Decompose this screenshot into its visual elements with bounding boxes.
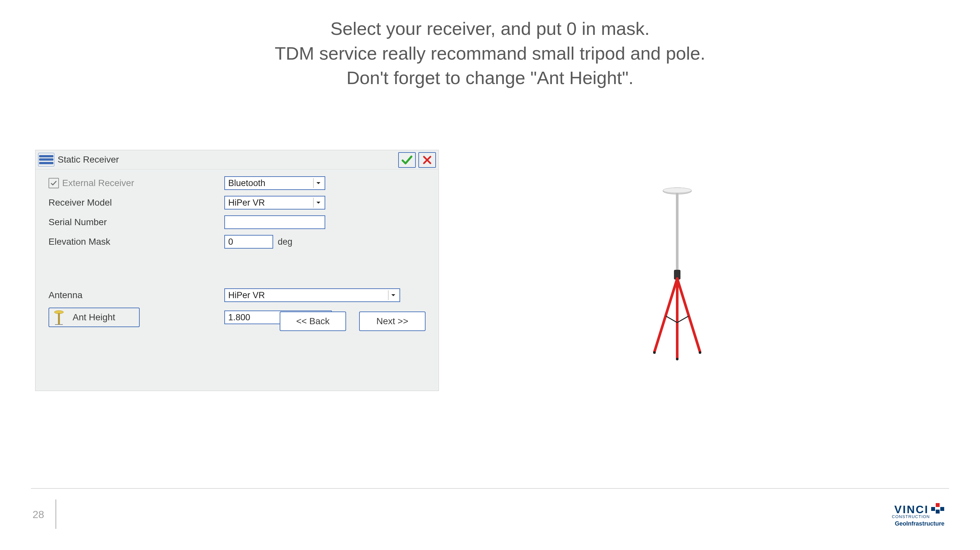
instruction-line-2: TDM service really recommand small tripo… — [0, 41, 980, 66]
dialog-title: Static Receiver — [57, 155, 119, 165]
elevation-mask-value: 0 — [228, 237, 233, 247]
serial-number-label: Serial Number — [49, 217, 224, 228]
ant-height-value: 1.800 — [228, 312, 250, 322]
confirm-button[interactable] — [398, 152, 416, 168]
brand-mark-icon — [931, 502, 945, 516]
svg-rect-5 — [676, 193, 679, 271]
svg-rect-16 — [931, 507, 935, 511]
svg-point-4 — [663, 188, 692, 193]
next-label: Next >> — [376, 316, 408, 327]
external-receiver-label: External Receiver — [62, 178, 134, 188]
instruction-text: Select your receiver, and put 0 in mask.… — [0, 16, 980, 90]
page-number: 28 — [33, 509, 44, 521]
receiver-model-value: HiPer VR — [228, 198, 265, 208]
svg-point-11 — [699, 351, 701, 354]
footer-vertical-bar — [55, 499, 56, 529]
chevron-down-icon — [388, 290, 398, 300]
external-receiver-label-wrap: External Receiver — [49, 178, 224, 188]
cancel-button[interactable] — [418, 152, 436, 168]
external-receiver-checkbox[interactable] — [49, 178, 59, 188]
dialog-header: Static Receiver — [35, 150, 439, 169]
static-receiver-dialog: Static Receiver External Receiver — [35, 150, 439, 391]
serial-number-input[interactable] — [224, 215, 325, 229]
ant-height-label: Ant Height — [73, 312, 115, 322]
svg-line-7 — [654, 279, 677, 352]
svg-point-12 — [676, 358, 679, 360]
svg-rect-15 — [936, 503, 940, 507]
svg-line-13 — [666, 316, 677, 322]
brand-sub2: GeoInfrastructure — [892, 520, 947, 527]
connection-type-value: Bluetooth — [228, 178, 265, 188]
svg-rect-17 — [940, 507, 944, 511]
back-label: << Back — [296, 316, 330, 327]
ant-height-button[interactable]: Ant Height — [49, 308, 140, 327]
footer-divider — [31, 488, 949, 489]
ant-height-wrap: Ant Height — [49, 308, 224, 327]
menu-icon[interactable] — [38, 153, 54, 166]
instruction-line-1: Select your receiver, and put 0 in mask. — [0, 16, 980, 41]
elevation-mask-label: Elevation Mask — [49, 236, 224, 247]
receiver-model-label: Receiver Model — [49, 198, 224, 208]
svg-rect-1 — [58, 313, 60, 324]
svg-rect-18 — [936, 510, 940, 513]
svg-line-8 — [677, 279, 700, 352]
close-icon — [422, 155, 432, 165]
next-button[interactable]: Next >> — [359, 311, 426, 331]
antenna-pole-icon — [52, 309, 65, 325]
tripod-image — [645, 186, 710, 362]
instruction-line-3: Don't forget to change "Ant Height". — [0, 65, 980, 90]
back-button[interactable]: << Back — [280, 311, 346, 331]
chevron-down-icon — [313, 198, 323, 207]
dialog-body: External Receiver Bluetooth Receiver Mod… — [35, 169, 439, 339]
svg-line-14 — [677, 316, 689, 322]
elevation-mask-unit: deg — [278, 237, 293, 247]
brand-name: VINCI — [894, 503, 929, 516]
elevation-mask-input[interactable]: 0 — [224, 235, 273, 249]
check-icon — [401, 154, 413, 166]
brand-logo: VINCI CONSTRUCTION GeoInfrastructure — [892, 502, 947, 527]
antenna-label: Antenna — [49, 290, 224, 300]
antenna-select[interactable]: HiPer VR — [224, 289, 400, 302]
svg-point-10 — [653, 351, 656, 354]
antenna-value: HiPer VR — [228, 290, 265, 300]
connection-type-select[interactable]: Bluetooth — [224, 176, 325, 190]
receiver-model-select[interactable]: HiPer VR — [224, 196, 325, 209]
chevron-down-icon — [313, 178, 323, 188]
